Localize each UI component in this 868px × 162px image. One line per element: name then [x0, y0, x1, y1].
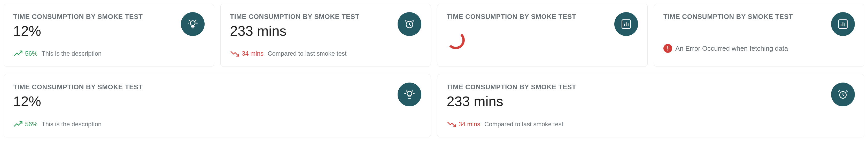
stat-card: TIME CONSUMPTION BY SMOKE TEST 233 mins … — [220, 4, 431, 67]
trend-value: 56% — [25, 120, 37, 128]
bar-chart-icon — [614, 12, 638, 36]
card-value: 12% — [13, 23, 205, 38]
error-icon: ! — [663, 44, 672, 53]
lightbulb-icon — [181, 12, 205, 36]
card-sub: 34 mins Compared to last smoke test — [447, 120, 855, 128]
card-title: TIME CONSUMPTION BY SMOKE TEST — [447, 13, 638, 21]
trend-down-icon — [447, 120, 457, 128]
card-description: This is the description — [41, 50, 101, 57]
trend-up-icon — [13, 120, 24, 128]
trend-up: 56% — [13, 120, 37, 128]
card-title: TIME CONSUMPTION BY SMOKE TEST — [447, 83, 855, 91]
card-title: TIME CONSUMPTION BY SMOKE TEST — [230, 13, 421, 21]
card-sub: 56% This is the description — [13, 50, 205, 57]
stats-row-1: TIME CONSUMPTION BY SMOKE TEST 12% 56% T… — [0, 0, 868, 71]
card-value: 233 mins — [447, 94, 855, 109]
trend-up-icon — [13, 50, 24, 57]
trend-down-icon — [230, 50, 240, 57]
svg-point-4 — [407, 91, 412, 96]
card-value: 12% — [13, 94, 421, 109]
trend-down: 34 mins — [447, 120, 480, 128]
trend-down: 34 mins — [230, 50, 264, 57]
loading-spinner — [447, 31, 638, 49]
card-value: 233 mins — [230, 23, 421, 38]
error-text: An Error Occurred when fetching data — [675, 45, 788, 53]
error-message: ! An Error Occurred when fetching data — [663, 44, 855, 53]
card-description: Compared to last smoke test — [485, 120, 563, 128]
card-title: TIME CONSUMPTION BY SMOKE TEST — [13, 13, 205, 21]
card-description: Compared to last smoke test — [268, 50, 346, 57]
stat-card: TIME CONSUMPTION BY SMOKE TEST 12% 56% T… — [4, 74, 431, 137]
stat-card-error: TIME CONSUMPTION BY SMOKE TEST ! An Erro… — [654, 4, 864, 67]
clock-icon — [398, 12, 421, 36]
trend-value: 56% — [25, 50, 37, 57]
clock-icon — [831, 83, 855, 106]
trend-up: 56% — [13, 50, 37, 57]
card-sub: 56% This is the description — [13, 120, 421, 128]
card-sub: 34 mins Compared to last smoke test — [230, 50, 421, 57]
svg-point-0 — [190, 21, 195, 25]
card-description: This is the description — [41, 120, 101, 128]
stat-card: TIME CONSUMPTION BY SMOKE TEST 12% 56% T… — [4, 4, 214, 67]
card-title: TIME CONSUMPTION BY SMOKE TEST — [663, 13, 855, 21]
lightbulb-icon — [398, 83, 421, 106]
bar-chart-icon — [831, 12, 855, 36]
stats-row-2: TIME CONSUMPTION BY SMOKE TEST 12% 56% T… — [0, 71, 868, 141]
trend-value: 34 mins — [459, 120, 480, 128]
stat-card-loading: TIME CONSUMPTION BY SMOKE TEST — [437, 4, 648, 67]
card-title: TIME CONSUMPTION BY SMOKE TEST — [13, 83, 421, 91]
stat-card: TIME CONSUMPTION BY SMOKE TEST 233 mins … — [437, 74, 864, 137]
trend-value: 34 mins — [242, 50, 264, 57]
